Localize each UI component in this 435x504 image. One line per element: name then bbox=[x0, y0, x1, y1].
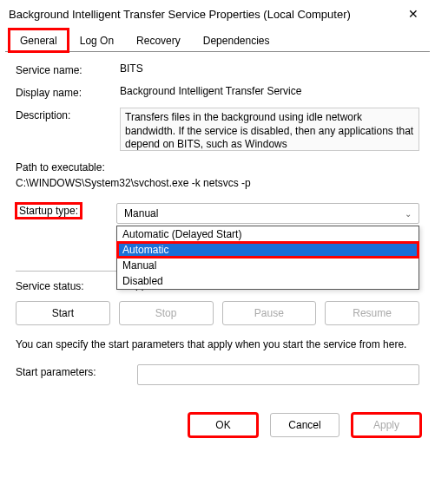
description-textbox[interactable]: Transfers files in the background using … bbox=[120, 108, 419, 151]
chevron-down-icon: ⌄ bbox=[405, 209, 412, 219]
dialog-button-row: OK Cancel Apply bbox=[0, 404, 435, 449]
startup-type-label: Startup type: bbox=[16, 203, 82, 219]
help-text: You can specify the start parameters tha… bbox=[16, 337, 419, 352]
dropdown-option-delayed[interactable]: Automatic (Delayed Start) bbox=[117, 226, 419, 242]
pause-button[interactable]: Pause bbox=[222, 301, 317, 325]
window-title: Background Intelligent Transfer Service … bbox=[9, 8, 351, 21]
tab-dependencies[interactable]: Dependencies bbox=[192, 29, 281, 52]
startup-type-list: Automatic (Delayed Start) Automatic Manu… bbox=[116, 226, 419, 290]
stop-button[interactable]: Stop bbox=[119, 301, 214, 325]
dropdown-option-disabled[interactable]: Disabled bbox=[117, 273, 419, 289]
display-name-label: Display name: bbox=[16, 85, 120, 99]
resume-button[interactable]: Resume bbox=[325, 301, 419, 325]
description-label: Description: bbox=[16, 108, 120, 121]
title-bar: Background Intelligent Transfer Service … bbox=[0, 0, 435, 28]
service-name-value: BITS bbox=[120, 62, 419, 75]
ok-button[interactable]: OK bbox=[188, 413, 258, 437]
close-icon[interactable]: ✕ bbox=[400, 1, 426, 27]
display-name-value: Background Intelligent Transfer Service bbox=[120, 85, 419, 97]
tab-general[interactable]: General bbox=[9, 29, 69, 52]
startup-type-dropdown[interactable]: Manual ⌄ bbox=[116, 203, 419, 224]
start-parameters-label: Start parameters: bbox=[16, 364, 137, 378]
path-label: Path to executable: bbox=[16, 160, 419, 175]
start-button[interactable]: Start bbox=[16, 301, 110, 325]
tab-recovery[interactable]: Recovery bbox=[125, 29, 192, 52]
start-parameters-input[interactable] bbox=[137, 364, 419, 385]
path-value: C:\WINDOWS\System32\svchost.exe -k netsv… bbox=[16, 175, 419, 191]
startup-type-selected: Manual bbox=[124, 207, 158, 219]
tab-logon[interactable]: Log On bbox=[69, 29, 125, 52]
tab-panel-general: Service name: BITS Display name: Backgro… bbox=[0, 52, 435, 404]
service-name-label: Service name: bbox=[16, 62, 120, 76]
dropdown-option-automatic[interactable]: Automatic bbox=[117, 242, 419, 258]
dropdown-option-manual[interactable]: Manual bbox=[117, 258, 419, 273]
apply-button[interactable]: Apply bbox=[352, 413, 421, 437]
service-status-label: Service status: bbox=[16, 278, 120, 292]
tab-strip: General Log On Recovery Dependencies bbox=[5, 28, 430, 52]
cancel-button[interactable]: Cancel bbox=[270, 413, 339, 437]
